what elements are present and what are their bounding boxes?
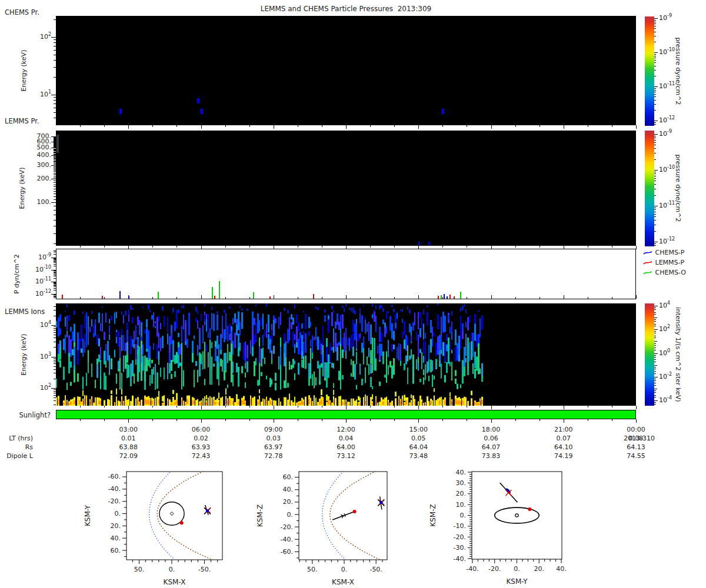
axis-tick bbox=[654, 145, 656, 145]
axis-tick bbox=[654, 367, 656, 368]
axis-tick-label: -40. bbox=[108, 485, 121, 493]
axis-tick bbox=[54, 366, 56, 367]
axis-tick bbox=[54, 285, 56, 285]
red-dot-marker bbox=[353, 510, 357, 513]
axis-tick bbox=[54, 405, 56, 405]
axis-tick bbox=[54, 149, 56, 150]
axis-tick bbox=[54, 153, 56, 153]
axis-tick bbox=[152, 406, 153, 407]
axis-tick bbox=[54, 358, 56, 359]
axis-tick bbox=[654, 124, 656, 125]
spectrogram-point bbox=[418, 242, 420, 245]
axis-tick bbox=[442, 419, 443, 421]
axis-tick bbox=[54, 50, 56, 51]
axis-tick bbox=[654, 178, 656, 179]
axis-tick bbox=[654, 383, 656, 383]
axis-tick bbox=[249, 419, 250, 421]
axis-tick bbox=[54, 42, 56, 43]
trajectory-arrow bbox=[341, 515, 344, 516]
axis-tick bbox=[654, 245, 656, 246]
axis-tick bbox=[54, 397, 56, 398]
axis-tick-label: 200. bbox=[19, 175, 51, 182]
axis-tick bbox=[54, 146, 56, 147]
axis-tick bbox=[654, 312, 656, 313]
axis-tick bbox=[54, 362, 56, 362]
ephemeris-value: 64.13 bbox=[627, 443, 645, 451]
time-tick-label: 03:00 bbox=[119, 426, 138, 433]
axis-tick bbox=[51, 357, 56, 358]
axis-tick bbox=[654, 56, 656, 56]
axis-tick bbox=[54, 373, 56, 373]
axis-tick bbox=[225, 406, 226, 407]
axis-tick bbox=[654, 350, 656, 350]
axis-tick bbox=[612, 297, 612, 299]
axis-tick-label: 10-11 bbox=[19, 278, 51, 285]
axis-tick bbox=[54, 182, 56, 183]
axis-tick bbox=[370, 406, 371, 407]
legend-swatch-line bbox=[642, 269, 653, 276]
axis-tick-label: 104 bbox=[19, 321, 51, 329]
axis-tick bbox=[54, 149, 56, 149]
axis-tick bbox=[104, 246, 105, 248]
ephemeris-row-label: LT (hrs) bbox=[0, 435, 33, 442]
axis-tick bbox=[54, 171, 56, 172]
axis-tick bbox=[654, 373, 656, 374]
axis-tick bbox=[654, 148, 656, 149]
ephemeris-value: 0.06 bbox=[484, 435, 498, 442]
axis-tick-label: 0. bbox=[460, 512, 467, 519]
axis-tick bbox=[654, 104, 656, 105]
axis-tick bbox=[54, 140, 56, 141]
axis-tick bbox=[80, 246, 81, 248]
bow-shock-curve bbox=[322, 467, 348, 562]
axis-tick bbox=[54, 282, 56, 283]
ephemeris-value: 74.55 bbox=[627, 452, 645, 460]
time-tick-label: 21:00 bbox=[554, 426, 573, 433]
axis-tick bbox=[298, 406, 298, 407]
orbit-plot-ksmx-ksmy: 50.0.-50.-60.-40.-20.0.20.40.60.KSM-XKSM… bbox=[79, 466, 235, 588]
axis-tick bbox=[152, 246, 153, 248]
colorbar-intensity bbox=[645, 303, 654, 406]
ephemeris-row-label: Rs bbox=[0, 443, 33, 451]
axis-tick bbox=[654, 195, 656, 196]
colorbar-tick-label: 10-9 bbox=[659, 130, 672, 138]
axis-tick bbox=[80, 125, 81, 127]
axis-tick bbox=[298, 125, 298, 127]
axis-tick bbox=[54, 342, 56, 342]
axis-tick bbox=[654, 36, 656, 36]
axis-tick bbox=[54, 112, 56, 113]
legend-item: CHEMS-O bbox=[642, 269, 686, 277]
axis-tick bbox=[54, 347, 56, 348]
axis-tick bbox=[654, 214, 656, 215]
axis-tick bbox=[540, 246, 540, 248]
axis-tick bbox=[225, 419, 226, 421]
pressure-spike-lemms-p bbox=[269, 296, 271, 299]
axis-tick bbox=[54, 389, 56, 390]
axis-tick bbox=[54, 161, 56, 162]
axis-tick-label: 0. bbox=[287, 511, 294, 519]
axis-tick bbox=[128, 419, 129, 423]
axis-tick bbox=[654, 90, 656, 91]
axis-tick bbox=[104, 125, 105, 127]
axis-tick bbox=[491, 295, 492, 299]
axis-tick bbox=[54, 286, 56, 287]
axis-tick bbox=[54, 259, 56, 259]
axis-tick bbox=[51, 325, 56, 326]
axis-tick-label: 500. bbox=[19, 143, 51, 151]
axis-tick bbox=[654, 225, 656, 225]
axis-tick bbox=[274, 125, 274, 129]
axis-tick bbox=[654, 314, 656, 315]
colorbar-tick-label: 10-9 bbox=[659, 14, 672, 22]
axis-tick bbox=[654, 318, 657, 318]
axis-tick bbox=[654, 362, 656, 362]
chems-pressure-spectrogram bbox=[56, 16, 636, 125]
axis-tick bbox=[564, 419, 564, 423]
axis-tick bbox=[54, 316, 56, 316]
axis-tick bbox=[654, 321, 656, 322]
axis-tick bbox=[54, 360, 56, 360]
axis-tick bbox=[54, 395, 56, 396]
axis-tick bbox=[418, 125, 419, 129]
ephemeris-value: 63.88 bbox=[119, 443, 138, 451]
ephemeris-value: 0.02 bbox=[194, 435, 208, 442]
axis-tick bbox=[298, 246, 298, 248]
axis-tick bbox=[54, 266, 56, 266]
